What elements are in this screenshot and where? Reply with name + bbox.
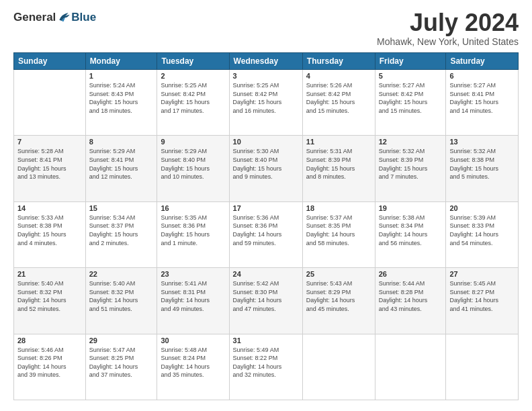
calendar-day-cell: 11Sunrise: 5:31 AM Sunset: 8:39 PM Dayli… (302, 136, 375, 201)
calendar-day-header: Wednesday (229, 53, 302, 70)
day-info: Sunrise: 5:26 AM Sunset: 8:42 PM Dayligh… (306, 81, 371, 115)
calendar-day-cell: 20Sunrise: 5:39 AM Sunset: 8:33 PM Dayli… (446, 201, 519, 267)
calendar-day-header: Saturday (446, 53, 519, 70)
calendar-day-cell: 26Sunrise: 5:44 AM Sunset: 8:28 PM Dayli… (375, 268, 446, 334)
day-number: 31 (233, 336, 299, 345)
calendar-header-row: SundayMondayTuesdayWednesdayThursdayFrid… (14, 53, 519, 70)
day-number: 14 (17, 204, 82, 212)
day-number: 15 (89, 204, 154, 212)
day-info: Sunrise: 5:27 AM Sunset: 8:41 PM Dayligh… (449, 81, 515, 115)
day-number: 21 (17, 270, 82, 278)
day-number: 2 (161, 72, 225, 80)
day-number: 23 (161, 270, 225, 278)
header: General Blue July 2024 Mohawk, New York,… (13, 11, 519, 47)
day-info: Sunrise: 5:36 AM Sunset: 8:36 PM Dayligh… (233, 214, 299, 247)
calendar-day-cell: 4Sunrise: 5:26 AM Sunset: 8:42 PM Daylig… (302, 70, 375, 136)
day-info: Sunrise: 5:27 AM Sunset: 8:42 PM Dayligh… (379, 81, 443, 115)
day-number: 4 (306, 72, 371, 80)
day-info: Sunrise: 5:41 AM Sunset: 8:31 PM Dayligh… (161, 279, 225, 313)
day-info: Sunrise: 5:46 AM Sunset: 8:26 PM Dayligh… (17, 346, 82, 379)
calendar-day-cell: 6Sunrise: 5:27 AM Sunset: 8:41 PM Daylig… (446, 70, 519, 136)
day-info: Sunrise: 5:29 AM Sunset: 8:41 PM Dayligh… (89, 147, 154, 181)
day-info: Sunrise: 5:25 AM Sunset: 8:42 PM Dayligh… (233, 81, 299, 115)
day-info: Sunrise: 5:45 AM Sunset: 8:27 PM Dayligh… (449, 279, 515, 313)
calendar-day-header: Thursday (302, 53, 375, 70)
calendar-day-cell: 30Sunrise: 5:48 AM Sunset: 8:24 PM Dayli… (157, 334, 229, 400)
day-info: Sunrise: 5:35 AM Sunset: 8:36 PM Dayligh… (161, 214, 225, 247)
calendar-day-header: Monday (85, 53, 157, 70)
calendar-day-cell: 3Sunrise: 5:25 AM Sunset: 8:42 PM Daylig… (229, 70, 302, 136)
day-number: 30 (161, 336, 225, 345)
day-info: Sunrise: 5:24 AM Sunset: 8:43 PM Dayligh… (89, 81, 154, 115)
day-info: Sunrise: 5:32 AM Sunset: 8:38 PM Dayligh… (449, 147, 515, 181)
day-number: 22 (89, 270, 154, 278)
calendar-day-header: Sunday (14, 53, 86, 70)
day-info: Sunrise: 5:31 AM Sunset: 8:39 PM Dayligh… (306, 147, 371, 181)
day-info: Sunrise: 5:29 AM Sunset: 8:40 PM Dayligh… (161, 147, 225, 181)
calendar-day-cell: 2Sunrise: 5:25 AM Sunset: 8:42 PM Daylig… (157, 70, 229, 136)
day-number: 10 (233, 138, 299, 146)
day-info: Sunrise: 5:37 AM Sunset: 8:35 PM Dayligh… (306, 214, 371, 247)
day-number: 18 (306, 204, 371, 212)
calendar-day-cell: 13Sunrise: 5:32 AM Sunset: 8:38 PM Dayli… (446, 136, 519, 201)
logo: General Blue (13, 11, 96, 24)
day-info: Sunrise: 5:48 AM Sunset: 8:24 PM Dayligh… (161, 346, 225, 379)
day-info: Sunrise: 5:30 AM Sunset: 8:40 PM Dayligh… (233, 147, 299, 181)
month-title: July 2024 (377, 11, 519, 35)
day-info: Sunrise: 5:38 AM Sunset: 8:34 PM Dayligh… (379, 214, 443, 247)
page: General Blue July 2024 Mohawk, New York,… (0, 0, 532, 411)
logo-bird-icon (57, 11, 71, 24)
calendar-day-header: Tuesday (157, 53, 229, 70)
calendar-day-cell: 15Sunrise: 5:34 AM Sunset: 8:37 PM Dayli… (85, 201, 157, 267)
day-number: 9 (161, 138, 225, 146)
day-number: 1 (89, 72, 154, 80)
day-number: 28 (17, 336, 82, 345)
day-number: 13 (449, 138, 515, 146)
logo-blue: Blue (71, 11, 96, 24)
calendar-week-row: 21Sunrise: 5:40 AM Sunset: 8:32 PM Dayli… (14, 268, 519, 334)
day-info: Sunrise: 5:25 AM Sunset: 8:42 PM Dayligh… (161, 81, 225, 115)
day-info: Sunrise: 5:39 AM Sunset: 8:33 PM Dayligh… (449, 214, 515, 247)
calendar-day-cell (14, 70, 86, 136)
day-info: Sunrise: 5:33 AM Sunset: 8:38 PM Dayligh… (17, 214, 82, 247)
location: Mohawk, New York, United States (377, 36, 519, 47)
calendar-day-cell: 8Sunrise: 5:29 AM Sunset: 8:41 PM Daylig… (85, 136, 157, 201)
calendar-day-cell: 14Sunrise: 5:33 AM Sunset: 8:38 PM Dayli… (14, 201, 86, 267)
calendar-day-cell (302, 334, 375, 400)
day-info: Sunrise: 5:40 AM Sunset: 8:32 PM Dayligh… (17, 279, 82, 313)
calendar-day-cell: 10Sunrise: 5:30 AM Sunset: 8:40 PM Dayli… (229, 136, 302, 201)
title-section: July 2024 Mohawk, New York, United State… (377, 11, 519, 47)
calendar-day-cell: 18Sunrise: 5:37 AM Sunset: 8:35 PM Dayli… (302, 201, 375, 267)
day-number: 7 (17, 138, 82, 146)
calendar-day-cell: 23Sunrise: 5:41 AM Sunset: 8:31 PM Dayli… (157, 268, 229, 334)
calendar-day-cell: 12Sunrise: 5:32 AM Sunset: 8:39 PM Dayli… (375, 136, 446, 201)
day-number: 29 (89, 336, 154, 345)
logo-general: General (13, 11, 56, 24)
day-number: 8 (89, 138, 154, 146)
calendar-day-cell: 16Sunrise: 5:35 AM Sunset: 8:36 PM Dayli… (157, 201, 229, 267)
day-number: 25 (306, 270, 371, 278)
day-number: 24 (233, 270, 299, 278)
calendar-week-row: 7Sunrise: 5:28 AM Sunset: 8:41 PM Daylig… (14, 136, 519, 201)
calendar-week-row: 1Sunrise: 5:24 AM Sunset: 8:43 PM Daylig… (14, 70, 519, 136)
calendar-day-cell (446, 334, 519, 400)
day-number: 6 (449, 72, 515, 80)
calendar-day-cell: 31Sunrise: 5:49 AM Sunset: 8:22 PM Dayli… (229, 334, 302, 400)
calendar-day-cell (375, 334, 446, 400)
calendar-day-cell: 22Sunrise: 5:40 AM Sunset: 8:32 PM Dayli… (85, 268, 157, 334)
day-number: 26 (379, 270, 443, 278)
calendar-day-cell: 29Sunrise: 5:47 AM Sunset: 8:25 PM Dayli… (85, 334, 157, 400)
calendar-day-cell: 9Sunrise: 5:29 AM Sunset: 8:40 PM Daylig… (157, 136, 229, 201)
day-number: 11 (306, 138, 371, 146)
calendar-day-cell: 27Sunrise: 5:45 AM Sunset: 8:27 PM Dayli… (446, 268, 519, 334)
day-number: 3 (233, 72, 299, 80)
calendar-day-cell: 25Sunrise: 5:43 AM Sunset: 8:29 PM Dayli… (302, 268, 375, 334)
calendar-day-cell: 7Sunrise: 5:28 AM Sunset: 8:41 PM Daylig… (14, 136, 86, 201)
calendar-day-header: Friday (375, 53, 446, 70)
day-info: Sunrise: 5:32 AM Sunset: 8:39 PM Dayligh… (379, 147, 443, 181)
day-info: Sunrise: 5:43 AM Sunset: 8:29 PM Dayligh… (306, 279, 371, 313)
calendar-day-cell: 5Sunrise: 5:27 AM Sunset: 8:42 PM Daylig… (375, 70, 446, 136)
day-info: Sunrise: 5:44 AM Sunset: 8:28 PM Dayligh… (379, 279, 443, 313)
day-number: 12 (379, 138, 443, 146)
calendar-day-cell: 19Sunrise: 5:38 AM Sunset: 8:34 PM Dayli… (375, 201, 446, 267)
